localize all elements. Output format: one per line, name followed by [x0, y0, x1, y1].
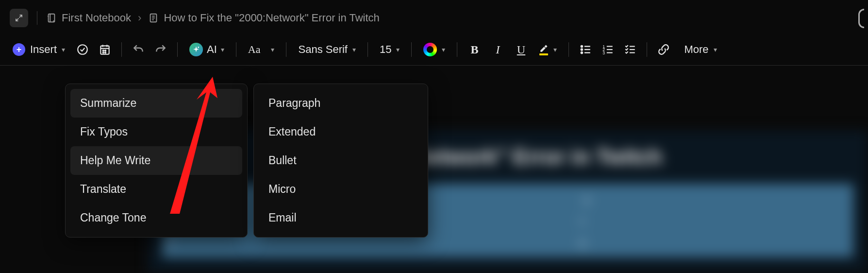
breadcrumb: First Notebook › How to Fix the "2000:Ne… [46, 12, 380, 24]
divider [568, 42, 569, 57]
svg-point-15 [581, 46, 583, 47]
highlight-dropdown[interactable]: ▾ [536, 42, 560, 57]
redo-button[interactable] [153, 42, 168, 57]
bold-button[interactable]: B [466, 41, 483, 58]
chevron-down-icon: ▾ [442, 46, 445, 53]
breadcrumb-notebook[interactable]: First Notebook [46, 12, 131, 24]
right-edge-control[interactable] [858, 9, 864, 28]
undo-icon [132, 43, 145, 56]
redo-icon [154, 43, 167, 56]
breadcrumb-notebook-label: First Notebook [62, 12, 131, 24]
divider [367, 42, 368, 57]
chevron-down-icon: ▾ [62, 46, 65, 53]
divider [647, 42, 647, 57]
checklist-button[interactable] [622, 42, 638, 57]
breadcrumb-page-label: How to Fix the "2000:Network" Error in T… [164, 12, 379, 24]
style-menu-paragraph[interactable]: Paragraph [259, 89, 423, 118]
font-size-value: 15 [380, 43, 391, 56]
task-check-button[interactable] [75, 42, 90, 57]
text-style-dropdown[interactable]: Aa ▾ [245, 41, 278, 58]
text-style-icon: Aa [248, 43, 261, 56]
page-icon [148, 13, 159, 23]
svg-point-10 [103, 50, 104, 51]
color-wheel-icon [423, 43, 437, 56]
divider [37, 11, 37, 25]
ai-sparkle-icon [189, 43, 203, 56]
text-color-dropdown[interactable]: ▾ [420, 41, 448, 58]
link-button[interactable] [656, 42, 671, 57]
chevron-down-icon: ▾ [271, 46, 274, 53]
breadcrumb-page[interactable]: How to Fix the "2000:Network" Error in T… [148, 12, 379, 24]
calendar-button[interactable] [97, 42, 113, 57]
check-circle-icon [76, 43, 89, 56]
bullet-list-icon [579, 43, 592, 56]
divider [177, 42, 178, 57]
divider [411, 42, 412, 57]
italic-button[interactable]: I [489, 41, 506, 58]
more-label: More [684, 43, 708, 56]
plus-icon: + [13, 43, 25, 56]
chevron-down-icon: ▾ [714, 46, 717, 53]
chevron-down-icon: ▾ [553, 46, 557, 53]
divider [236, 42, 236, 57]
font-size-dropdown[interactable]: 15 ▾ [377, 41, 402, 58]
font-family-value: Sans Serif [298, 43, 348, 56]
divider [121, 42, 122, 57]
undo-button[interactable] [131, 42, 146, 57]
bullet-list-button[interactable] [578, 42, 593, 57]
insert-label: Insert [30, 43, 57, 56]
divider [457, 42, 457, 57]
font-family-dropdown[interactable]: Sans Serif ▾ [295, 41, 359, 58]
notebook-icon [46, 13, 57, 23]
ai-dropdown-button[interactable]: AI ▾ [186, 41, 227, 58]
svg-point-13 [105, 52, 106, 53]
checklist-icon [624, 43, 636, 56]
insert-button[interactable]: + Insert ▾ [10, 41, 68, 58]
calendar-icon [99, 43, 111, 56]
style-menu-email[interactable]: Email [259, 204, 423, 232]
link-icon [657, 43, 670, 56]
more-dropdown[interactable]: More ▾ [681, 41, 719, 58]
style-menu-bullet[interactable]: Bullet [259, 146, 423, 175]
svg-point-14 [198, 47, 199, 48]
text-style-menu: Paragraph Extended Bullet Micro Email [253, 84, 428, 238]
svg-point-5 [78, 45, 87, 54]
style-menu-extended[interactable]: Extended [259, 118, 423, 146]
svg-text:3: 3 [603, 51, 605, 55]
ai-menu-summarize[interactable]: Summarize [70, 89, 242, 118]
ai-menu-help-me-write[interactable]: Help Me Write [70, 146, 242, 175]
svg-point-11 [105, 50, 106, 51]
divider [286, 42, 286, 57]
expand-window-button[interactable] [10, 9, 28, 27]
ai-menu-translate[interactable]: Translate [70, 175, 242, 204]
chevron-down-icon: ▾ [352, 46, 356, 53]
ai-menu: Summarize Fix Typos Help Me Write Transl… [65, 84, 248, 238]
breadcrumb-separator: › [138, 12, 141, 24]
ai-label: AI [207, 43, 217, 56]
svg-point-12 [103, 52, 104, 53]
editor-toolbar: + Insert ▾ AI ▾ Aa [0, 36, 868, 66]
ai-menu-change-tone[interactable]: Change Tone [70, 204, 242, 232]
highlight-icon [539, 44, 549, 55]
numbered-list-icon: 1 2 3 [601, 43, 614, 56]
ai-menu-fix-typos[interactable]: Fix Typos [70, 118, 242, 146]
svg-point-19 [581, 52, 583, 53]
svg-point-17 [581, 49, 583, 50]
underline-button[interactable]: U [513, 41, 529, 58]
style-menu-micro[interactable]: Micro [259, 175, 423, 204]
chevron-down-icon: ▾ [221, 46, 224, 53]
numbered-list-button[interactable]: 1 2 3 [600, 42, 616, 57]
chevron-down-icon: ▾ [396, 46, 400, 53]
expand-icon [15, 14, 23, 22]
